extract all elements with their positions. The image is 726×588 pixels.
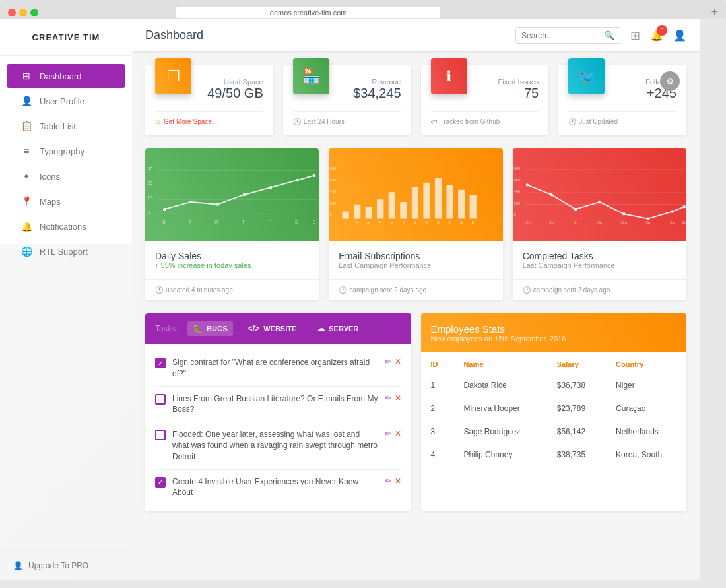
sidebar-nav: ⊞ Dashboard 👤 User Profile 📋 Table List … bbox=[0, 56, 132, 550]
upgrade-icon: 👤 bbox=[13, 561, 23, 570]
upgrade-button[interactable]: 👤 Upgrade To PRO bbox=[13, 561, 119, 570]
task-text: Lines From Great Russian Literature? Or … bbox=[172, 393, 378, 416]
sidebar-item-user-profile[interactable]: 👤 User Profile bbox=[7, 89, 125, 113]
upgrade-label: Upgrade To PRO bbox=[28, 561, 88, 570]
task-checkbox-4[interactable]: ✓ bbox=[155, 477, 166, 488]
grid-view-button[interactable]: ⊞ bbox=[630, 28, 640, 43]
cell-salary: $56,142 bbox=[547, 420, 606, 443]
search-input[interactable] bbox=[521, 31, 601, 40]
minimize-dot[interactable] bbox=[19, 9, 27, 16]
stat-footer-text: Last 24 Hours bbox=[304, 118, 345, 125]
notification-badge: 5 bbox=[657, 25, 667, 36]
content-area: ❐ Used Space 49/50 GB ⚠ Get More Space..… bbox=[132, 51, 700, 580]
task-delete-button[interactable]: ✕ bbox=[395, 476, 401, 486]
svg-rect-34 bbox=[424, 183, 430, 219]
task-edit-button[interactable]: ✏ bbox=[385, 357, 391, 366]
task-checkbox-3[interactable] bbox=[155, 430, 166, 440]
stat-footer: 🕐 Last 24 Hours bbox=[293, 111, 401, 125]
svg-point-64 bbox=[622, 212, 625, 215]
stat-footer-text: Just Updated bbox=[579, 118, 618, 125]
chart-card-completed-tasks: 800 600 400 200 0 bbox=[513, 148, 686, 300]
task-tab-website[interactable]: </> WEBSITE bbox=[243, 321, 302, 336]
sidebar-item-maps[interactable]: 📍 Maps bbox=[7, 189, 125, 213]
sidebar-item-label: RTL Support bbox=[40, 247, 88, 257]
task-delete-button[interactable]: ✕ bbox=[395, 357, 401, 366]
stat-footer: ⚠ Get More Space... bbox=[155, 111, 263, 125]
svg-text:600: 600 bbox=[513, 178, 521, 182]
svg-text:3p: 3p bbox=[549, 220, 554, 224]
chart-footer-text: campaign sent 2 days ago bbox=[533, 286, 610, 294]
svg-rect-33 bbox=[412, 187, 418, 219]
task-actions: ✏ ✕ bbox=[385, 357, 401, 366]
svg-point-14 bbox=[313, 174, 315, 177]
new-tab-button[interactable]: + bbox=[711, 5, 718, 19]
task-edit-button[interactable]: ✏ bbox=[385, 393, 391, 403]
browser-url[interactable]: demos.creative-tim.com bbox=[176, 7, 440, 18]
header: Dashboard 🔍 ⊞ 🔔 5 👤 bbox=[132, 19, 700, 51]
maximize-dot[interactable] bbox=[30, 9, 38, 16]
sidebar-item-table-list[interactable]: 📋 Table List bbox=[7, 114, 125, 138]
svg-rect-30 bbox=[377, 199, 383, 218]
rtl-icon: 🌐 bbox=[20, 246, 33, 257]
col-header-id: ID bbox=[421, 352, 454, 374]
close-dot[interactable] bbox=[8, 9, 16, 16]
svg-text:400: 400 bbox=[513, 189, 521, 193]
svg-rect-36 bbox=[447, 185, 453, 218]
cell-name: Minerva Hooper bbox=[453, 397, 546, 420]
gear-button[interactable]: ⚙ bbox=[660, 71, 680, 91]
get-more-space-link[interactable]: Get More Space... bbox=[164, 118, 217, 125]
chart-subtitle: Last Campaign Performance bbox=[339, 261, 492, 269]
sidebar-item-notifications[interactable]: 🔔 Notifications bbox=[7, 214, 125, 238]
stat-card-revenue: 🏪 Revenue $34,245 🕐 Last 24 Hours bbox=[283, 65, 411, 135]
browser-dots bbox=[8, 9, 38, 16]
table-row: 4Philip Chaney$38,735Korea, South bbox=[421, 443, 687, 467]
chart-card-email-subscriptions: 800 600 400 200 0 bbox=[329, 148, 502, 300]
svg-point-67 bbox=[682, 205, 685, 208]
task-delete-button[interactable]: ✕ bbox=[395, 429, 401, 438]
header-right: 🔍 ⊞ 🔔 5 👤 bbox=[515, 27, 686, 44]
svg-text:S: S bbox=[437, 220, 440, 224]
search-box: 🔍 bbox=[515, 27, 620, 44]
svg-text:0: 0 bbox=[513, 212, 516, 216]
svg-text:6p: 6p bbox=[573, 220, 578, 224]
svg-text:M: M bbox=[368, 220, 371, 224]
cell-id: 1 bbox=[421, 374, 454, 397]
email-subscriptions-chart: 800 600 400 200 0 bbox=[329, 148, 502, 241]
user-menu-button[interactable]: 👤 bbox=[673, 29, 686, 42]
svg-text:10: 10 bbox=[148, 195, 153, 200]
search-icon[interactable]: 🔍 bbox=[604, 30, 614, 40]
sidebar-item-typography[interactable]: ≡ Typography bbox=[7, 139, 125, 163]
chart-footer: 🕐 updated 4 minutes ago bbox=[145, 279, 319, 300]
user-icon: 👤 bbox=[20, 96, 33, 106]
chart-header: 40 20 10 0 bbox=[145, 148, 319, 241]
task-delete-button[interactable]: ✕ bbox=[395, 393, 401, 403]
task-edit-button[interactable]: ✏ bbox=[385, 429, 391, 438]
sidebar-item-icons[interactable]: ✦ Icons bbox=[7, 164, 125, 188]
completed-tasks-chart: 800 600 400 200 0 bbox=[513, 148, 686, 241]
table-row: 2Minerva Hooper$23,789Curaçao bbox=[421, 397, 687, 420]
clock-icon: 🕐 bbox=[568, 118, 576, 125]
task-edit-button[interactable]: ✏ bbox=[385, 476, 391, 486]
task-checkbox-2[interactable] bbox=[155, 394, 166, 405]
chart-title: Completed Tasks bbox=[523, 251, 676, 261]
task-item: Lines From Great Russian Literature? Or … bbox=[155, 387, 401, 423]
svg-text:M: M bbox=[162, 220, 165, 224]
browser-chrome: demos.creative-tim.com + bbox=[0, 0, 726, 19]
chart-subtitle: Last Campaign Performance bbox=[523, 261, 676, 269]
clock-icon: 🕐 bbox=[523, 286, 531, 294]
sidebar-item-rtl[interactable]: 🌐 RTL Support bbox=[7, 240, 125, 263]
tag-icon: 🏷 bbox=[431, 118, 438, 125]
stat-footer-text: Tracked from Github bbox=[440, 118, 500, 125]
notifications-button[interactable]: 🔔 5 bbox=[650, 29, 663, 42]
task-checkbox-1[interactable]: ✓ bbox=[155, 358, 166, 368]
svg-text:600: 600 bbox=[330, 178, 337, 182]
task-tab-server[interactable]: ☁ SERVER bbox=[312, 321, 364, 336]
chart-header: 800 600 400 200 0 bbox=[329, 148, 502, 241]
used-space-icon: ❐ bbox=[155, 58, 191, 94]
table-row: 1Dakota Rice$36,738Niger bbox=[421, 374, 687, 397]
sidebar-item-dashboard[interactable]: ⊞ Dashboard bbox=[7, 64, 125, 88]
task-tab-bugs[interactable]: 🐛 BUGS bbox=[187, 321, 233, 336]
svg-rect-32 bbox=[401, 202, 407, 219]
task-tab-label: BUGS bbox=[207, 325, 228, 333]
chart-body: Email Subscriptions Last Campaign Perfor… bbox=[329, 241, 502, 279]
